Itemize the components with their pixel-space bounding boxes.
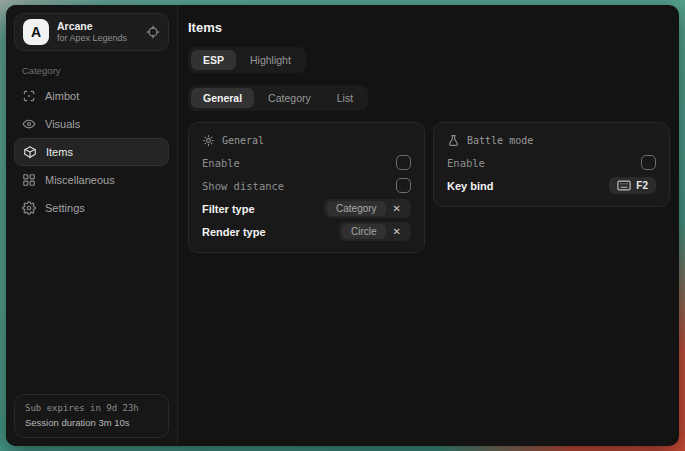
panel-title: General xyxy=(222,135,264,146)
sidebar-item-label: Visuals xyxy=(45,118,80,130)
keybind-button[interactable]: F2 xyxy=(609,177,656,194)
sidebar-nav: Aimbot Visuals Items xyxy=(14,82,169,222)
package-icon xyxy=(23,145,37,159)
brand-text: Arcane for Apex Legends xyxy=(57,20,138,44)
gear-icon xyxy=(22,201,36,215)
scan-target-icon xyxy=(22,89,36,103)
general-panel-header: General xyxy=(202,129,411,151)
sidebar-item-label: Aimbot xyxy=(45,90,79,102)
app-logo: A xyxy=(23,19,49,45)
mode-tab-group: ESP Highlight xyxy=(188,47,306,73)
sun-icon xyxy=(202,134,215,147)
brand-subtitle: for Apex Legends xyxy=(57,33,138,44)
battle-mode-panel-header: Battle mode xyxy=(447,129,656,151)
tab-general[interactable]: General xyxy=(191,88,254,108)
view-tab-group: General Category List xyxy=(188,85,368,111)
grid-icon xyxy=(22,173,36,187)
setting-row-key-bind: Key bind F2 xyxy=(447,174,656,197)
eye-icon xyxy=(22,117,36,131)
battle-enable-checkbox[interactable] xyxy=(641,155,656,170)
general-panel: General Enable Show distance Filter type… xyxy=(188,122,425,253)
show-distance-checkbox[interactable] xyxy=(396,178,411,193)
setting-row-show-distance: Show distance xyxy=(202,174,411,197)
render-type-select[interactable]: Circle ✕ xyxy=(339,222,411,241)
tab-highlight[interactable]: Highlight xyxy=(238,50,303,70)
keyboard-icon xyxy=(617,180,631,191)
sidebar-item-label: Settings xyxy=(45,202,85,214)
setting-label: Enable xyxy=(447,157,485,169)
setting-row-enable: Enable xyxy=(447,151,656,174)
sidebar: A Arcane for Apex Legends Category xyxy=(6,5,178,446)
tab-esp[interactable]: ESP xyxy=(191,50,236,70)
setting-label: Enable xyxy=(202,157,240,169)
subscription-info-card: Sub expires in 9d 23h Session duration 3… xyxy=(14,394,169,438)
session-duration-text: Session duration 3m 10s xyxy=(25,416,158,430)
sidebar-item-label: Items xyxy=(46,146,73,158)
setting-row-render-type: Render type Circle ✕ xyxy=(202,220,411,243)
main-content: Items ESP Highlight General Category Lis… xyxy=(178,5,679,446)
crosshair-icon[interactable] xyxy=(146,25,160,39)
sub-expiry-text: Sub expires in 9d 23h xyxy=(25,402,158,416)
setting-label: Render type xyxy=(202,226,266,238)
setting-label: Filter type xyxy=(202,203,255,215)
setting-label: Key bind xyxy=(447,180,493,192)
panel-title: Battle mode xyxy=(467,135,533,146)
render-type-value[interactable]: Circle xyxy=(342,224,386,239)
panels-row: General Enable Show distance Filter type… xyxy=(188,122,670,253)
app-window: A Arcane for Apex Legends Category xyxy=(6,5,679,446)
sidebar-item-label: Miscellaneous xyxy=(45,174,115,186)
sidebar-item-items[interactable]: Items xyxy=(14,138,169,166)
filter-type-select[interactable]: Category ✕ xyxy=(324,199,411,218)
sidebar-item-settings[interactable]: Settings xyxy=(14,194,169,222)
keybind-value: F2 xyxy=(636,180,648,191)
tab-list[interactable]: List xyxy=(325,88,365,108)
setting-row-enable: Enable xyxy=(202,151,411,174)
sidebar-item-visuals[interactable]: Visuals xyxy=(14,110,169,138)
flask-icon xyxy=(447,134,460,147)
sidebar-item-miscellaneous[interactable]: Miscellaneous xyxy=(14,166,169,194)
enable-checkbox[interactable] xyxy=(396,155,411,170)
clear-icon[interactable]: ✕ xyxy=(386,203,408,214)
tab-category[interactable]: Category xyxy=(256,88,323,108)
page-title: Items xyxy=(188,20,670,35)
brand-card: A Arcane for Apex Legends xyxy=(14,13,169,51)
category-section-label: Category xyxy=(22,65,169,76)
setting-label: Show distance xyxy=(202,180,284,192)
clear-icon[interactable]: ✕ xyxy=(386,226,408,237)
filter-type-value[interactable]: Category xyxy=(327,201,386,216)
setting-row-filter-type: Filter type Category ✕ xyxy=(202,197,411,220)
battle-mode-panel: Battle mode Enable Key bind xyxy=(433,122,670,207)
brand-name: Arcane xyxy=(57,20,138,33)
sidebar-item-aimbot[interactable]: Aimbot xyxy=(14,82,169,110)
